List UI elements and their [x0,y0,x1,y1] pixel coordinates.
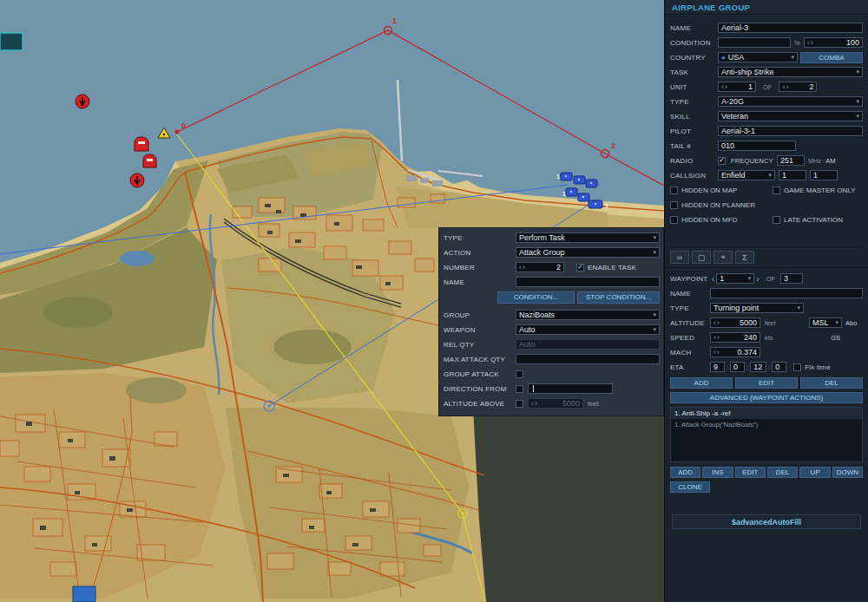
of-label: OF [763,83,772,91]
unit-count-spinner[interactable]: ‹› 2 [779,82,817,92]
decrement-icon[interactable]: ‹ [713,348,716,357]
clone-button[interactable]: CLONE [670,481,710,493]
action-add-button[interactable]: ADD [670,467,700,478]
hidden-on-planner-label: HIDDEN ON PLANNER [681,201,755,209]
late-activation-checkbox[interactable] [773,216,780,224]
binoculars-icon[interactable]: ∞ [670,251,689,264]
waypoint-add-button[interactable]: ADD [670,377,733,389]
increment-icon[interactable]: › [717,333,720,342]
group-name-input[interactable]: Aerial-3 [718,23,863,33]
prev-waypoint-icon[interactable]: ‹ [710,274,716,284]
group-value: NaziBoats [519,311,555,319]
stop-condition-button[interactable]: STOP CONDITION... [577,291,660,304]
country-select[interactable]: ● USA ▾ [718,52,798,62]
condition-button[interactable]: CONDITION... [497,291,575,304]
callsign-number-input[interactable]: 1 [810,170,838,180]
increment-icon[interactable]: › [786,82,788,91]
action-edit-button[interactable]: EDIT [735,467,766,478]
chevron-down-icon: ▾ [746,275,752,282]
radio-checkbox[interactable] [718,157,726,165]
increment-icon[interactable]: › [523,263,525,272]
enemy-unit-icon[interactable] [76,95,89,108]
fix-time-checkbox[interactable] [793,363,801,371]
task-type-select[interactable]: Perform Task▾ [516,232,660,243]
increment-icon[interactable]: › [811,38,813,47]
wp-name-input[interactable] [710,288,863,298]
decrement-icon[interactable]: ‹ [519,263,522,272]
altitude-above-checkbox[interactable] [516,400,523,408]
combatants-button[interactable]: COMBA [800,52,863,63]
tail-number-input[interactable]: 010 [718,141,796,151]
condition-spinner[interactable]: ‹› 100 [804,37,863,48]
next-waypoint-icon[interactable]: › [754,274,760,284]
group-attack-checkbox[interactable] [516,370,523,378]
chevron-down-icon: ▾ [650,326,656,333]
decrement-icon[interactable]: ‹ [713,333,716,342]
condition-input[interactable] [718,37,791,48]
hidden-on-planner-checkbox[interactable] [670,201,678,209]
pilot-label: PILOT [670,128,718,135]
frequency-input[interactable]: 251 [777,155,805,166]
wp-type-select[interactable]: Turning point▾ [710,303,804,313]
task-select[interactable]: Anti-ship Strike▾ [718,67,863,77]
direction-from-checkbox[interactable] [516,385,523,393]
feet-unit-label: feet [765,319,776,327]
action-list-header[interactable]: 1. Anti-Ship -a -ref [671,408,862,419]
task-name-input[interactable] [516,277,660,287]
eta-field-3[interactable]: 12 [750,362,766,372]
max-attack-qty-input[interactable] [516,354,660,364]
increment-icon[interactable]: › [717,318,720,327]
group-select[interactable]: NaziBoats▾ [516,310,660,320]
mach-spinner[interactable]: ‹› 0.374 [710,347,760,357]
condition-max-value: 100 [846,38,859,47]
waypoint-0-marker[interactable] [175,130,180,134]
increment-icon[interactable]: › [717,348,720,357]
target-icon[interactable]: ⌖ [713,251,733,264]
altitude-ref-select[interactable]: MSL▾ [809,317,842,328]
action-down-button[interactable]: DOWN [832,467,863,478]
number-spinner[interactable]: ‹› 2 [516,262,564,272]
waypoint-actions-list[interactable]: 1. Anti-Ship -a -ref 1. Attack Group("Na… [670,407,863,462]
eta-field-4[interactable]: 0 [772,362,786,372]
waypoint-select[interactable]: 1▾ [716,273,754,284]
group-name-value: Aerial-3 [721,23,748,32]
enemy-ship-icon[interactable] [135,137,148,151]
action-select[interactable]: Attack Group▾ [516,247,660,258]
waypoint-edit-button[interactable]: EDIT [735,377,798,389]
action-del-button[interactable]: DEL [767,467,798,478]
direction-from-input[interactable] [528,383,613,394]
decrement-icon[interactable]: ‹ [807,38,810,47]
hidden-on-mfd-checkbox[interactable] [670,216,678,224]
hidden-on-map-checkbox[interactable] [670,186,678,194]
waypoint-del-button[interactable]: DEL [800,377,863,389]
decrement-icon[interactable]: ‹ [713,318,716,327]
callsign-select[interactable]: Enfield▾ [718,170,775,180]
callsign-flight-input[interactable]: 1 [779,170,806,180]
pilot-input[interactable]: Aerial-3-1 [718,126,863,136]
enemy-ship-icon[interactable] [143,154,156,167]
unit-count-value: 2 [809,82,813,91]
advanced-waypoint-actions-button[interactable]: ADVANCED (WAYPOINT ACTIONS) [670,392,863,403]
enemy-unit-icon[interactable] [130,173,144,187]
increment-icon[interactable]: › [725,82,727,91]
weapon-select[interactable]: Auto▾ [516,324,660,335]
speed-spinner[interactable]: ‹› 240 [710,332,760,343]
game-master-only-checkbox[interactable] [773,186,780,194]
late-activation-label: LATE ACTIVATION [784,216,843,224]
decrement-icon[interactable]: ‹ [782,82,785,91]
eta-field-1[interactable]: 9 [710,362,725,372]
eta-field-2[interactable]: 0 [730,362,745,372]
action-list-item[interactable]: 1. Attack Group("NaziBoats") [671,419,862,430]
action-ins-button[interactable]: INS [702,467,733,478]
action-up-button[interactable]: UP [799,467,830,478]
skill-select[interactable]: Veteran▾ [718,111,863,121]
name-label: NAME [670,24,718,32]
aircraft-type-select[interactable]: A-20G▾ [718,96,863,107]
advanced-autofill-button[interactable]: $advancedAutoFill [672,514,861,529]
enable-task-checkbox[interactable] [576,264,584,272]
region-icon[interactable]: ▢ [692,251,711,264]
summary-icon[interactable]: Σ [735,251,754,264]
decrement-icon[interactable]: ‹ [721,82,724,91]
unit-number-spinner[interactable]: ‹› 1 [718,82,756,92]
altitude-spinner[interactable]: ‹› 5000 [710,317,760,328]
